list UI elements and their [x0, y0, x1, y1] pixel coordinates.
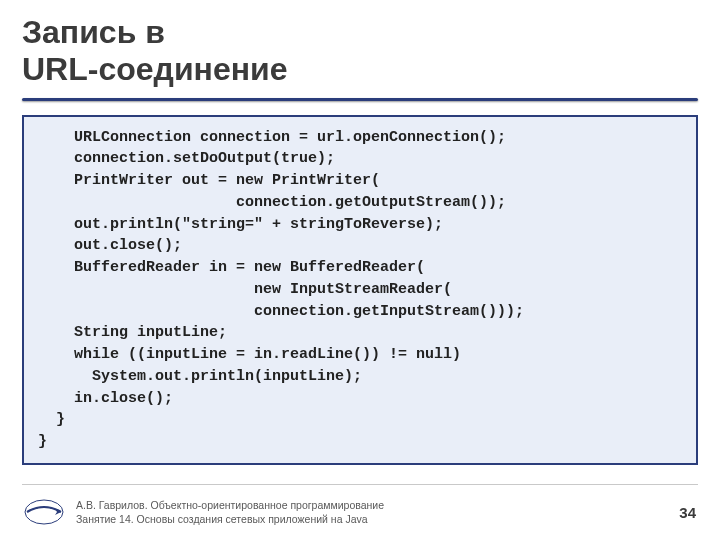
code-content: URLConnection connection = url.openConne…: [38, 127, 682, 453]
footer-logo-icon: [24, 499, 64, 525]
page-number: 34: [679, 504, 696, 521]
slide-title: Запись в URL-соединение: [0, 0, 720, 98]
title-underline-wrap: [0, 98, 720, 101]
footer-line-2: Занятие 14. Основы создания сетевых прил…: [76, 513, 368, 525]
footer-divider: [22, 484, 698, 485]
footer-text: А.В. Гаврилов. Объектно-ориентированное …: [76, 498, 679, 526]
title-underline: [22, 98, 698, 101]
footer-line-1: А.В. Гаврилов. Объектно-ориентированное …: [76, 499, 384, 511]
code-block: URLConnection connection = url.openConne…: [22, 115, 698, 465]
title-line-1: Запись в: [22, 14, 165, 50]
title-line-2: URL-соединение: [22, 51, 287, 87]
slide-footer: А.В. Гаврилов. Объектно-ориентированное …: [0, 484, 720, 540]
